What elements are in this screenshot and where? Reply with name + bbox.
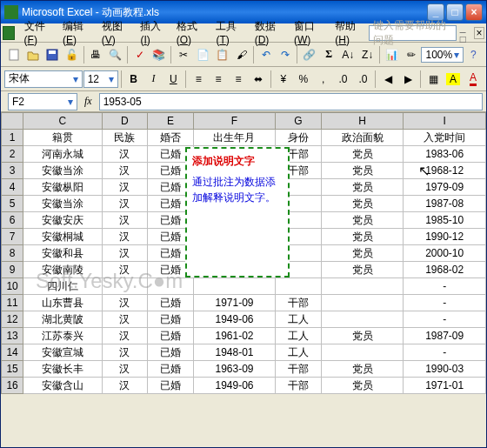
dec-indent-button[interactable]: ◀ [378,70,397,89]
fx-icon[interactable]: fx [84,95,92,108]
cell[interactable]: 汉 [102,344,148,361]
cell[interactable]: 党员 [321,262,404,278]
cell[interactable]: 干部 [276,295,322,311]
merge-button[interactable]: ⬌ [249,70,268,89]
menu-i[interactable]: 插入(I) [134,17,170,48]
cell[interactable]: 籍贯 [23,130,102,146]
cell[interactable]: 2000-10 [404,245,486,262]
cell[interactable]: 党员 [321,163,404,179]
percent-button[interactable]: % [294,70,313,89]
cell[interactable]: 汉 [102,295,148,311]
cell[interactable]: 汉 [102,328,148,344]
zoom-box[interactable]: 100%▾ [421,47,463,63]
font-color-button[interactable]: A [464,70,483,89]
cell[interactable]: 安徽枞阳 [23,179,102,196]
cell[interactable]: 1985-10 [404,212,486,229]
dec-decimal-button[interactable]: .0 [353,70,372,89]
cell[interactable]: 安徽当涂 [23,163,102,179]
cell[interactable]: 出生年月 [193,130,276,146]
cell[interactable]: 干部 [276,361,322,378]
cell[interactable]: 汉 [102,146,148,163]
hyperlink-button[interactable]: 🔗 [300,45,318,64]
cell[interactable]: 1963-09 [193,361,276,378]
spelling-button[interactable]: ✓ [130,45,149,64]
row-header[interactable]: 4 [2,179,23,196]
comma-button[interactable]: , [314,70,333,89]
name-box[interactable]: F2▾ [8,93,77,110]
cell[interactable]: 党员 [321,212,404,229]
fill-color-button[interactable]: A [444,70,463,89]
cell[interactable]: 汉 [102,163,148,179]
row-header[interactable]: 16 [2,378,23,394]
cell[interactable]: 安徽南陵 [23,262,102,278]
menu-h[interactable]: 帮助(H) [329,17,368,48]
save-button[interactable] [43,45,61,64]
row-header[interactable]: 8 [2,245,23,262]
cell[interactable]: 婚否 [148,130,194,146]
font-box[interactable]: 宋体▾ [4,70,83,88]
cell[interactable] [321,278,404,295]
col-header[interactable]: D [102,113,148,130]
row-header[interactable]: 14 [2,344,23,361]
cell[interactable]: - [404,311,486,328]
cell[interactable]: 河南永城 [23,146,102,163]
cell[interactable]: 身份 [276,130,322,146]
cell[interactable] [193,278,276,295]
cell[interactable] [321,311,404,328]
cell[interactable]: 1979-09 [404,179,486,196]
copy-button[interactable]: 📄 [194,45,212,64]
undo-button[interactable]: ↶ [257,45,275,64]
menu-o[interactable]: 格式(O) [170,17,210,48]
doc-icon[interactable] [3,26,15,40]
cell[interactable]: 已婚 [148,378,194,394]
cell[interactable]: - [404,344,486,361]
cell[interactable]: 党员 [321,378,404,394]
paste-button[interactable]: 📋 [213,45,231,64]
cell[interactable]: 党员 [321,179,404,196]
cell[interactable]: 安徽宣城 [23,344,102,361]
cell[interactable]: 江苏泰兴 [23,328,102,344]
cell[interactable]: 安徽和县 [23,245,102,262]
help-button[interactable]: ? [464,45,483,64]
row-header[interactable]: 5 [2,196,23,212]
cell[interactable]: 已婚 [148,344,194,361]
row-header[interactable]: 10 [2,278,23,295]
cell[interactable]: 汉 [102,311,148,328]
cell[interactable]: 汉 [102,196,148,212]
cell[interactable] [148,278,194,295]
chart-button[interactable]: 📊 [383,45,401,64]
menu-d[interactable]: 数据(D) [249,17,288,48]
menu-e[interactable]: 编辑(E) [57,17,96,48]
cut-button[interactable]: ✂ [174,45,192,64]
menu-w[interactable]: 窗口(W) [288,17,329,48]
row-header[interactable]: 2 [2,146,23,163]
cell[interactable] [321,344,404,361]
row-header[interactable]: 11 [2,295,23,311]
cell[interactable]: 汉 [102,212,148,229]
cell[interactable] [321,295,404,311]
cell[interactable]: 1971-01 [404,378,486,394]
cell[interactable]: 工人 [276,328,322,344]
cell[interactable]: 1983-06 [404,146,486,163]
sort-desc-button[interactable]: Z↓ [358,45,377,64]
cell[interactable]: 1968-12 [404,163,486,179]
col-header[interactable]: E [148,113,194,130]
align-left-button[interactable]: ≡ [189,70,208,89]
borders-button[interactable]: ▦ [424,70,443,89]
currency-button[interactable]: ¥ [274,70,293,89]
cell[interactable]: 1990-12 [404,229,486,245]
col-header[interactable]: F [193,113,276,130]
underline-button[interactable]: U [163,70,183,89]
col-header[interactable]: H [321,113,404,130]
open-button[interactable] [23,45,42,64]
cell[interactable]: 安徽长丰 [23,361,102,378]
redo-button[interactable]: ↷ [276,45,294,64]
formula-input[interactable]: 1953-05 [99,93,483,110]
cell[interactable]: 已婚 [148,295,194,311]
cell[interactable]: 1948-01 [193,344,276,361]
cell[interactable]: 已婚 [148,328,194,344]
col-header[interactable]: I [404,113,486,130]
cell[interactable]: 工人 [276,311,322,328]
cell[interactable]: 党员 [321,245,404,262]
help-search[interactable]: 键入需要帮助的问题 [369,25,457,41]
